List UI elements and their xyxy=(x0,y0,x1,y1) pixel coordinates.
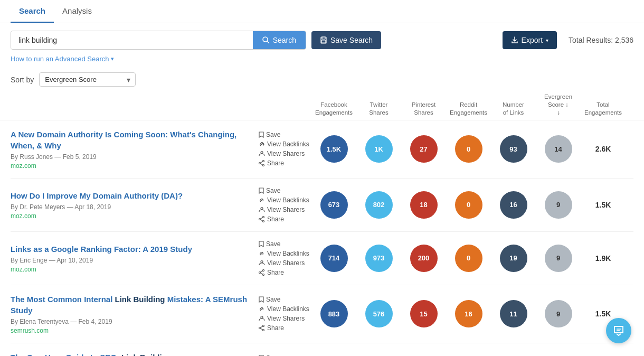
svg-line-1 xyxy=(267,41,269,43)
col-header-total: TotalEngagements xyxy=(581,101,626,117)
col-label-evergreen: EvergreenScore ↓ xyxy=(544,93,572,109)
result-metrics: 1.5K 1K 27 0 93 14 2.6K xyxy=(311,135,492,163)
search-input[interactable] xyxy=(11,31,253,49)
svg-point-7 xyxy=(263,165,264,166)
svg-point-0 xyxy=(263,37,268,42)
action-share[interactable]: Share xyxy=(259,269,311,276)
search-icon xyxy=(262,36,270,44)
col-header-evergreen[interactable]: EvergreenScore ↓ xyxy=(536,93,581,117)
result-domain[interactable]: moz.com xyxy=(11,212,259,220)
metric-reddit: 16 xyxy=(455,300,482,327)
person-icon xyxy=(259,207,265,213)
search-input-wrapper: Search xyxy=(11,31,306,50)
metric-pinterest: 27 xyxy=(410,135,438,163)
search-button-label: Search xyxy=(273,36,296,44)
svg-point-13 xyxy=(263,220,264,222)
sort-area: Sort by Evergreen Score Total Engagement… xyxy=(0,68,644,90)
metric-pinterest: 200 xyxy=(410,245,438,272)
save-search-button[interactable]: Save Search xyxy=(311,31,381,49)
action-sharers[interactable]: View Sharers xyxy=(259,259,311,267)
action-share[interactable]: Share xyxy=(259,160,311,167)
tab-analysis[interactable]: Analysis xyxy=(54,0,100,23)
action-backlinks[interactable]: View Backlinks xyxy=(259,196,311,204)
metric-total: 1.9K xyxy=(595,254,611,263)
metric-pinterest: 15 xyxy=(410,300,438,327)
svg-point-18 xyxy=(263,269,264,271)
action-backlinks[interactable]: View Backlinks xyxy=(259,250,311,257)
result-info: A New Domain Authority Is Coming Soon: W… xyxy=(11,129,259,170)
svg-point-25 xyxy=(263,330,264,331)
col-header-twitter: TwitterShares xyxy=(356,101,401,117)
metric-links: 16 xyxy=(500,191,527,219)
result-meta: By Elena Terentyeva — Feb 4, 2019 xyxy=(11,318,259,325)
action-share[interactable]: Share xyxy=(259,324,311,332)
result-domain[interactable]: moz.com xyxy=(11,266,259,273)
table-row: The Most Common Internal Link Building M… xyxy=(11,285,633,343)
person-icon xyxy=(259,315,265,322)
col-label-facebook: FacebookEngagements xyxy=(315,101,353,117)
action-share[interactable]: Share xyxy=(259,216,311,223)
share-icon xyxy=(259,216,265,222)
action-sharers[interactable]: View Sharers xyxy=(259,150,311,157)
share-icon xyxy=(259,325,265,331)
action-save[interactable]: Save xyxy=(259,240,311,248)
result-domain[interactable]: semrush.com xyxy=(11,327,259,334)
results-list: A New Domain Authority Is Coming Soon: W… xyxy=(0,120,644,356)
result-title[interactable]: A New Domain Authority Is Coming Soon: W… xyxy=(11,129,259,151)
metric-evergreen: 14 xyxy=(545,135,572,163)
export-icon xyxy=(511,36,518,44)
result-actions: Save View Backlinks View Sharers Share xyxy=(259,131,311,167)
result-title[interactable]: The One-Hour Guide to SEO: Link Building… xyxy=(11,352,259,356)
export-button[interactable]: Export ▾ xyxy=(503,31,557,49)
metric-twitter: 973 xyxy=(365,245,393,272)
svg-line-15 xyxy=(260,218,263,219)
chat-icon xyxy=(613,325,624,336)
metric-facebook: 673 xyxy=(320,191,348,219)
svg-point-17 xyxy=(261,260,263,263)
result-meta: By Dr. Pete Meyers — Apr 18, 2019 xyxy=(11,203,259,211)
tab-search[interactable]: Search xyxy=(11,0,54,23)
sort-select[interactable]: Evergreen Score Total Engagements Facebo… xyxy=(39,72,136,87)
action-sharers[interactable]: View Sharers xyxy=(259,206,311,213)
result-metrics: 883 576 15 16 11 9 1.5K xyxy=(311,300,492,327)
metric-links: 93 xyxy=(500,135,527,163)
result-title[interactable]: The Most Common Internal Link Building M… xyxy=(11,294,259,316)
metric-reddit: 0 xyxy=(455,191,482,219)
link-icon xyxy=(259,141,265,147)
action-sharers[interactable]: View Sharers xyxy=(259,315,311,322)
export-dropdown-icon: ▾ xyxy=(546,38,548,43)
action-backlinks[interactable]: View Backlinks xyxy=(259,140,311,148)
link-icon xyxy=(259,306,265,312)
action-backlinks[interactable]: View Backlinks xyxy=(259,305,311,313)
bookmark-icon xyxy=(259,132,264,138)
svg-line-21 xyxy=(260,271,263,272)
advanced-search-link[interactable]: How to run an Advanced Search ▾ xyxy=(0,54,125,68)
result-info: How Do I Improve My Domain Authority (DA… xyxy=(11,190,259,220)
search-button[interactable]: Search xyxy=(253,31,306,49)
result-metrics: 714 973 200 0 19 9 1.9K xyxy=(311,245,492,272)
metric-facebook: 883 xyxy=(320,300,348,327)
svg-point-20 xyxy=(259,271,261,273)
svg-line-16 xyxy=(260,220,263,221)
svg-point-23 xyxy=(261,316,263,318)
bookmark-icon xyxy=(259,188,264,194)
search-bar-area: Search Save Search Export ▾ Total Result… xyxy=(0,23,644,54)
metric-total: 1.5K xyxy=(595,201,611,209)
action-save[interactable]: Save xyxy=(259,131,311,138)
col-label-twitter: TwitterShares xyxy=(369,101,388,117)
result-domain[interactable]: moz.com xyxy=(11,162,259,170)
chat-button[interactable] xyxy=(606,318,631,343)
col-label-total: TotalEngagements xyxy=(584,101,622,117)
result-title[interactable]: Links as a Google Ranking Factor: A 2019… xyxy=(11,243,259,255)
svg-line-27 xyxy=(260,326,263,327)
action-save[interactable]: Save xyxy=(259,187,311,194)
export-label: Export xyxy=(522,36,543,44)
action-save[interactable]: Save xyxy=(259,296,311,303)
svg-line-22 xyxy=(260,273,263,274)
share-icon xyxy=(259,269,265,276)
svg-point-5 xyxy=(261,152,263,154)
chevron-down-icon: ▾ xyxy=(111,55,114,62)
bookmark-icon xyxy=(259,241,264,247)
result-title[interactable]: How Do I Improve My Domain Authority (DA… xyxy=(11,190,259,201)
result-actions: Save View Backlinks View Sharers Share xyxy=(259,187,311,223)
